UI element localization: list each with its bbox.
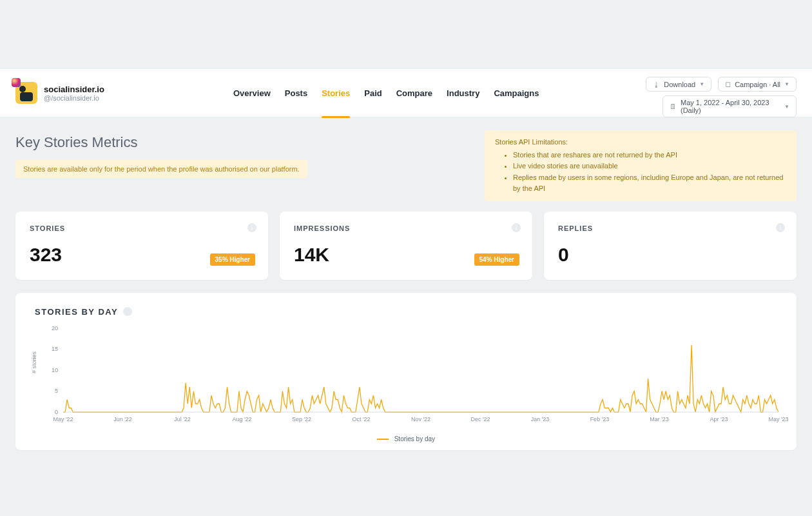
campaign-filter[interactable]: ◻ Campaign · All ▼ (718, 77, 797, 92)
brand-title: socialinsider.io (44, 84, 104, 94)
card-value: 0 (558, 244, 782, 266)
y-tick: 5 (55, 388, 58, 394)
y-tick: 10 (52, 367, 58, 373)
date-range-label: May 1, 2022 - April 30, 2023 (Daily) (681, 99, 780, 114)
chart-card: STORIES BY DAY # stories 05101520 May '2… (15, 293, 797, 450)
bookmark-icon: ◻ (725, 80, 731, 88)
legend-swatch (377, 439, 389, 440)
brand: socialinsider.io @/socialinsider.io (15, 82, 104, 104)
calendar-icon: 🗓 (670, 103, 677, 110)
download-icon: ⭳ (653, 81, 660, 88)
y-axis: 05101520 (35, 328, 61, 412)
tab-stories[interactable]: Stories (322, 86, 350, 101)
metric-cards: STORIES i 323 35% Higher IMPRESSIONS i 1… (15, 212, 797, 280)
legend-label: Stories by day (394, 435, 435, 442)
x-tick: Jan '23 (531, 416, 550, 422)
x-tick: Sep '22 (292, 416, 311, 422)
content: Key Stories Metrics Stories are availabl… (0, 117, 812, 450)
chevron-down-icon: ▼ (699, 81, 704, 87)
chart-plot (63, 328, 777, 412)
card-impressions: IMPRESSIONS i 14K 54% Higher (280, 212, 532, 280)
card-replies: REPLIES i 0 (544, 212, 797, 280)
chart-legend: Stories by day (35, 435, 777, 442)
campaign-filter-label: Campaign · All (735, 81, 780, 88)
card-label: REPLIES (558, 224, 782, 232)
tab-industry[interactable]: Industry (447, 86, 479, 101)
brand-logo (15, 82, 37, 104)
x-tick: Feb '23 (590, 416, 610, 422)
date-range-picker[interactable]: 🗓 May 1, 2022 - April 30, 2023 (Daily) ▼ (662, 95, 797, 117)
info-icon[interactable]: i (776, 223, 785, 232)
brand-handle: @/socialinsider.io (44, 94, 104, 102)
limitation-item: Replies made by users in some regions, i… (513, 172, 786, 195)
topbar: socialinsider.io @/socialinsider.io Over… (0, 68, 812, 117)
top-right-controls: ⭳ Download ▼ ◻ Campaign · All ▼ 🗓 May 1,… (646, 77, 797, 117)
brand-text: socialinsider.io @/socialinsider.io (44, 84, 104, 102)
chart-line (63, 328, 778, 412)
availability-note: Stories are available only for the perio… (15, 160, 307, 178)
x-tick: Dec '22 (470, 416, 490, 422)
x-tick: Nov '22 (411, 416, 430, 422)
download-button[interactable]: ⭳ Download ▼ (646, 77, 711, 92)
card-label: STORIES (30, 224, 254, 232)
chevron-down-icon: ▼ (784, 104, 789, 110)
info-icon[interactable]: i (512, 223, 521, 232)
x-tick: Apr '23 (710, 416, 728, 422)
y-tick: 0 (55, 409, 58, 415)
x-tick: Jul '22 (174, 416, 191, 422)
nav-tabs: Overview Posts Stories Paid Compare Indu… (233, 86, 539, 101)
x-tick: Aug '22 (232, 416, 251, 422)
x-tick: Jun '22 (113, 416, 132, 422)
card-label: IMPRESSIONS (294, 224, 518, 232)
x-axis: May '22Jun '22Jul '22Aug '22Sep '22Oct '… (63, 416, 777, 425)
tab-posts[interactable]: Posts (285, 86, 307, 101)
limitation-item: Stories that are reshares are not return… (513, 150, 786, 161)
y-tick: 20 (52, 325, 58, 332)
chart-title: STORIES BY DAY (35, 307, 777, 317)
limitation-item: Live video stories are unavailable (513, 161, 786, 172)
chart-area: # stories 05101520 May '22Jun '22Jul '22… (35, 328, 777, 432)
info-icon[interactable]: i (247, 223, 256, 232)
chart-title-text: STORIES BY DAY (35, 307, 118, 317)
chevron-down-icon: ▼ (784, 81, 789, 87)
x-tick: Oct '22 (352, 416, 370, 422)
x-tick: May '23 (768, 416, 788, 422)
tab-compare[interactable]: Compare (396, 86, 432, 101)
x-tick: Mar '23 (650, 416, 669, 422)
tab-campaigns[interactable]: Campaigns (494, 86, 539, 101)
limitations-title: Stories API Limitations: (495, 137, 786, 148)
x-tick: May '22 (53, 416, 73, 422)
y-tick: 15 (52, 346, 58, 352)
tab-paid[interactable]: Paid (364, 86, 382, 101)
download-label: Download (664, 81, 695, 88)
instagram-badge-icon (12, 78, 21, 87)
card-stories: STORIES i 323 35% Higher (15, 212, 268, 280)
change-badge: 54% Higher (474, 253, 519, 266)
limitations-note: Stories API Limitations: Stories that ar… (485, 130, 797, 201)
tab-overview[interactable]: Overview (233, 86, 271, 101)
info-icon[interactable] (123, 307, 132, 316)
change-badge: 35% Higher (210, 253, 255, 266)
